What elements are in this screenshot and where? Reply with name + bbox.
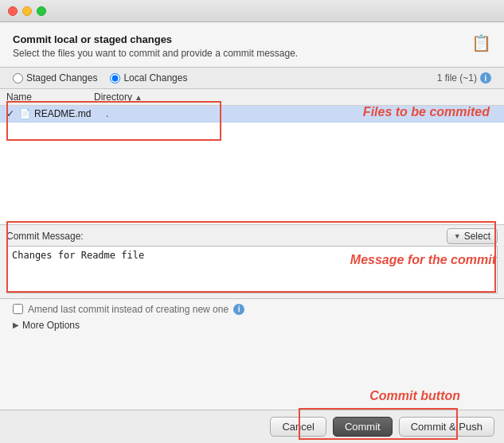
local-changes-label: Local Changes (123, 72, 187, 84)
header-text: Commit local or staged changes Select th… (13, 33, 298, 59)
options-area: Amend last commit instead of creating ne… (0, 299, 504, 410)
more-options-label: More Options (22, 320, 80, 331)
dialog-subtitle: Select the files you want to commit and … (13, 48, 298, 59)
dropdown-arrow-icon: ▼ (454, 232, 461, 240)
staged-changes-radio[interactable] (13, 73, 23, 84)
select-button[interactable]: ▼ Select (447, 228, 498, 244)
file-count-text: 1 file (~1) (437, 72, 477, 84)
row-checkbox: ✓ (6, 108, 19, 119)
bottom-bar: Cancel Commit Commit & Push (0, 410, 504, 443)
local-changes-option[interactable]: Local Changes (110, 72, 187, 84)
dialog-title: Commit local or staged changes (13, 33, 298, 45)
radio-tabs-row: Staged Changes Local Changes 1 file (~1)… (0, 68, 504, 89)
commit-message-input[interactable]: Changes for Readme file (6, 246, 498, 293)
sort-arrow-icon: ▲ (135, 93, 143, 102)
commit-push-button[interactable]: Commit & Push (399, 417, 494, 437)
amend-info-icon[interactable]: i (233, 304, 244, 315)
staged-changes-label: Staged Changes (26, 72, 97, 84)
radio-group: Staged Changes Local Changes (13, 72, 187, 84)
amend-checkbox[interactable] (13, 304, 23, 314)
triangle-icon: ▶ (13, 321, 19, 329)
file-count: 1 file (~1) i (437, 72, 491, 84)
commit-icon: 📋 (471, 33, 491, 52)
file-rows: ✓ 📄 README.md . (0, 106, 504, 224)
close-button[interactable] (8, 6, 18, 16)
maximize-button[interactable] (37, 6, 46, 16)
table-row[interactable]: ✓ 📄 README.md . (0, 106, 504, 122)
file-table-header: Name Directory ▲ (0, 89, 504, 106)
col-dir-header: Directory ▲ (94, 91, 498, 103)
more-options-row[interactable]: ▶ More Options (13, 320, 491, 331)
amend-label: Amend last commit instead of creating ne… (28, 304, 229, 315)
cancel-button[interactable]: Cancel (270, 417, 326, 437)
traffic-lights (8, 6, 46, 16)
file-table-area: Name Directory ▲ ✓ 📄 README.md . (0, 89, 504, 225)
main-container: Commit local or staged changes Select th… (0, 22, 504, 443)
commit-message-label: Commit Message: (6, 231, 84, 242)
local-changes-radio[interactable] (110, 73, 120, 84)
col-name-header: Name (6, 91, 94, 103)
amend-row: Amend last commit instead of creating ne… (13, 304, 491, 315)
commit-button[interactable]: Commit (333, 417, 393, 437)
title-bar (0, 0, 504, 22)
header: Commit local or staged changes Select th… (0, 22, 504, 67)
file-directory: . (106, 108, 108, 119)
select-button-label: Select (464, 231, 490, 242)
commit-message-section: Commit Message: ▼ Select Changes for Rea… (0, 225, 504, 299)
file-name: README.md (34, 108, 106, 119)
info-icon[interactable]: i (480, 72, 491, 84)
staged-changes-option[interactable]: Staged Changes (13, 72, 97, 84)
minimize-button[interactable] (22, 6, 32, 16)
file-type-icon: 📄 (19, 108, 31, 119)
commit-message-header: Commit Message: ▼ Select (0, 225, 504, 246)
